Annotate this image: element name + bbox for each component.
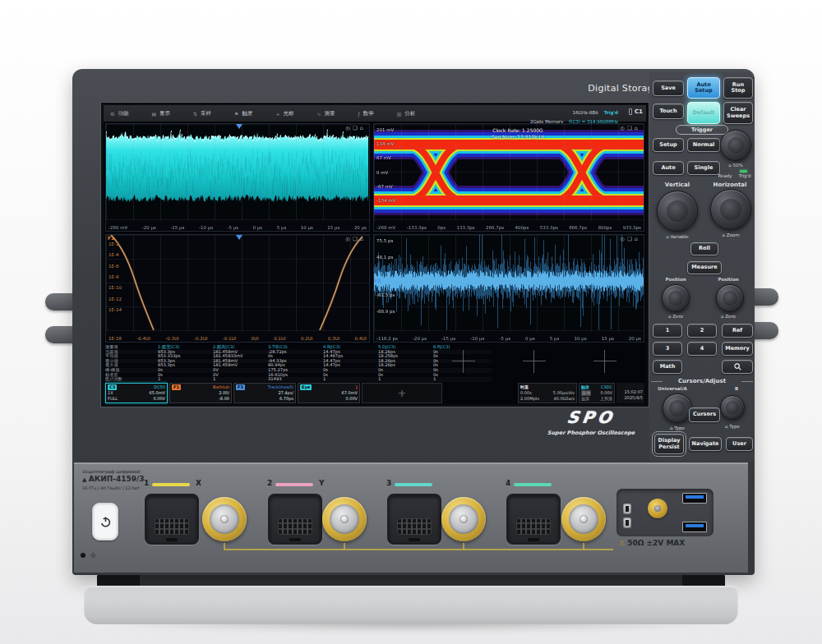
add-measurement-slot[interactable] — [523, 350, 546, 373]
jitter-track-panel[interactable]: F3 75.5 ps48.1 ps-61.5 ps-88.9 ps ◎❏⌂ -1… — [373, 234, 644, 343]
eye-diagram-panel[interactable]: Clock Rate: 1.2500G Seq Num: 27.510k UI … — [373, 123, 644, 232]
default-button[interactable]: Default — [687, 102, 720, 124]
pin-icon[interactable]: ⌂ — [360, 125, 366, 131]
trigger-level-knob[interactable] — [720, 130, 751, 161]
add-measurement-slot[interactable] — [452, 350, 475, 373]
trigd-led — [740, 170, 747, 172]
menu-item-label: 功能 — [118, 110, 128, 117]
menu-item-cursor[interactable]: +光标 — [275, 110, 293, 117]
channel-3-button[interactable]: 3 — [653, 342, 682, 356]
camera-icon[interactable]: ◎ — [345, 125, 353, 131]
ref-button[interactable]: Ref — [722, 324, 753, 338]
fullscreen-icon[interactable]: ❏ — [627, 125, 635, 131]
usb-port-2[interactable] — [682, 522, 707, 532]
search-button[interactable] — [722, 360, 753, 374]
tick-label: -20 μs — [142, 225, 156, 230]
aux-output-2[interactable] — [623, 518, 631, 528]
menu-item-math[interactable]: ƒ数学 — [358, 110, 374, 117]
aux-output-1[interactable] — [623, 504, 631, 514]
warning-icon: ⚠ — [618, 539, 627, 547]
touch-button[interactable]: Touch — [653, 104, 684, 119]
menu-item-gear[interactable]: ⚙功能 — [110, 110, 128, 117]
pin-icon[interactable]: ⌂ — [635, 236, 640, 242]
timebase-box[interactable]: 时基 0.00s5.00μs/div 2.00Mpts40.0GSa/s — [518, 383, 577, 403]
measure-button[interactable]: Measure — [687, 261, 722, 274]
channel-box-c3[interactable]: C3DC50 1X65.0mV FULL0.00V — [105, 383, 168, 403]
auto-setup-button[interactable]: Auto Setup — [687, 77, 720, 99]
universal-a-knob[interactable] — [663, 393, 692, 423]
active-channel-chip[interactable]: C1 — [629, 108, 643, 115]
tick-label: 0 μs — [253, 225, 263, 230]
vertical-scale-knob[interactable] — [657, 191, 698, 232]
trigger-position-marker[interactable] — [236, 124, 242, 129]
table-cell: 统计次数 — [105, 377, 158, 382]
panel-toolbar[interactable]: ◎❏⌂ — [620, 125, 640, 131]
screen[interactable]: ⚙功能▤显示⇅采样⚑触发+光标∿测量ƒ数学▥分析 16GHz-8BitTrig'… — [104, 105, 646, 404]
b-knob[interactable] — [720, 395, 745, 420]
search-icon — [734, 363, 741, 370]
add-channel-slot[interactable]: + — [362, 383, 442, 403]
channel-1-button[interactable]: 1 — [653, 324, 682, 338]
tick-label: -134 mV — [376, 198, 395, 203]
pin-icon[interactable]: ⌂ — [635, 125, 640, 131]
trigger-setup-button[interactable]: Setup — [653, 138, 684, 152]
menu-item-label: 数学 — [363, 110, 374, 117]
cursors-button[interactable]: Cursors — [689, 407, 720, 422]
fullscreen-icon[interactable]: ❏ — [353, 236, 360, 242]
fullscreen-icon[interactable]: ❏ — [627, 236, 635, 242]
vertical-position-knob[interactable] — [662, 284, 690, 312]
bathtub-panel[interactable]: F1 1E-21E-41E-61E-81E-101E-121E-14 ◎❏⌂ 1… — [105, 234, 370, 343]
measurement-table[interactable]: 测量项1.眼宽(C3)2.眼高(C3)3.TIE(C3)4.RJ(C3)5.DJ… — [105, 345, 492, 382]
tick-label: -88.9 ps — [376, 309, 395, 314]
tick-label: 20 μs — [354, 225, 367, 230]
channel-box-f1[interactable]: F1Bathtub 2.00/ -8.00 — [169, 383, 232, 403]
fullscreen-icon[interactable]: ❏ — [353, 125, 360, 131]
panel-toolbar[interactable]: ◎❏⌂ — [345, 125, 366, 131]
math-button[interactable]: Math — [653, 360, 682, 374]
table-cell: 1 — [213, 377, 268, 382]
sma-connector[interactable] — [648, 499, 667, 518]
navigate-button[interactable]: Navigate — [689, 437, 722, 451]
seq-num: Seq Num: 27.510k UI — [448, 134, 588, 140]
menu-item-display[interactable]: ▤显示 — [151, 110, 170, 117]
run-stop-button[interactable]: Run Stop — [723, 77, 753, 99]
menu-item-acquire[interactable]: ⇅采样 — [193, 110, 211, 117]
channel-box-eye[interactable]: Eye‖ 67.0mV 0.00V — [298, 383, 360, 403]
camera-icon[interactable]: ◎ — [620, 125, 627, 131]
panel-toolbar[interactable]: ◎❏⌂ — [345, 236, 366, 242]
menu-item-measure[interactable]: ∿测量 — [317, 110, 335, 117]
memory-button[interactable]: Memory — [722, 342, 753, 356]
camera-icon[interactable]: ◎ — [620, 236, 627, 242]
trigger-normal-button[interactable]: Normal — [687, 138, 720, 152]
save-button[interactable]: Save — [653, 80, 684, 96]
channel-box-f3[interactable]: F3Track(mea3) 27.4ps/ 6.70ps — [233, 383, 296, 403]
pin-icon[interactable]: ⌂ — [360, 236, 366, 242]
horizontal-position-knob[interactable] — [716, 284, 744, 312]
oscilloscope-body: Digital Storage Oscilloscope ⚙功能▤显示⇅采样⚑触… — [72, 69, 755, 575]
clear-sweeps-button[interactable]: Clear Sweeps — [723, 102, 753, 124]
add-measurement-slot[interactable] — [593, 350, 616, 373]
tick-label: -116.2 ps — [376, 336, 398, 341]
menu-item-analysis[interactable]: ▥分析 — [397, 110, 416, 117]
horizontal-scale-knob[interactable] — [710, 189, 751, 230]
channel-2-button[interactable]: 2 — [687, 324, 717, 338]
trigger-auto-button[interactable]: Auto — [653, 161, 684, 175]
display-persist-button[interactable]: Display Persist — [654, 434, 684, 454]
usb-port-1[interactable] — [682, 493, 707, 504]
front-connector-panel: Осциллограф цифровой ▲ АКИП-4159/3 16 ГГ… — [74, 462, 748, 573]
trigger-box[interactable]: 触发C3DC 自动0.00V 边沿上升沿 — [579, 383, 615, 403]
panel-toolbar[interactable]: ◎❏⌂ — [620, 236, 640, 242]
camera-icon[interactable]: ◎ — [345, 236, 353, 242]
menu-item-trigger[interactable]: ⚑触发 — [234, 110, 252, 117]
channel-4-button[interactable]: 4 — [687, 342, 717, 356]
roll-button[interactable]: Roll — [690, 242, 718, 255]
tick-label: 533.3ps — [540, 225, 558, 230]
waveform-panel-ch3[interactable]: ◎❏⌂ -260 mV-20 μs-15 μs-10 μs-5 μs0 μs5 … — [105, 123, 370, 232]
ch3-level-marker — [106, 170, 110, 177]
tick-label: 201 mV — [376, 127, 395, 132]
trigger-position-marker[interactable] — [236, 235, 242, 240]
user-button[interactable]: User — [726, 437, 753, 451]
date-readout: 2025/9/5 — [618, 395, 643, 401]
track-y-axis: 75.5 ps48.1 ps-61.5 ps-88.9 ps — [376, 238, 395, 314]
trigger-icon: ⚑ — [234, 111, 238, 117]
